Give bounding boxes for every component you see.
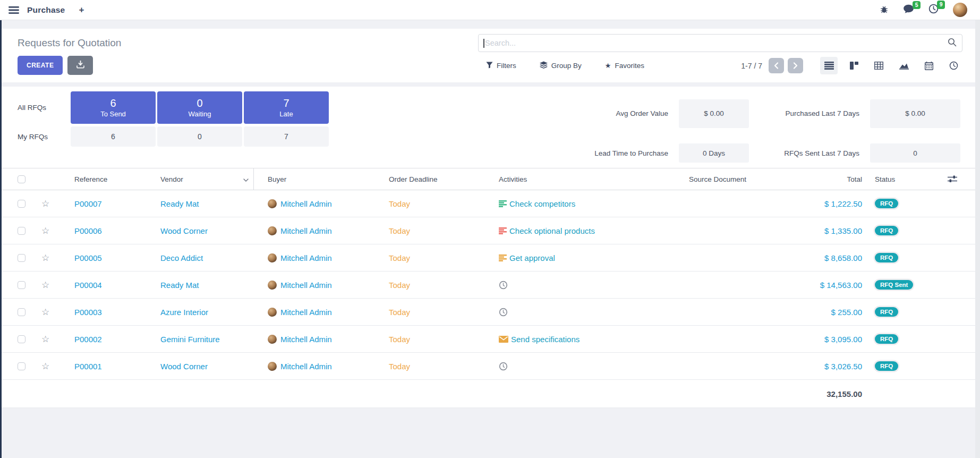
export-button[interactable] <box>67 56 93 75</box>
buyer-link[interactable]: Mitchell Admin <box>280 253 332 262</box>
activity-cell[interactable] <box>474 362 658 371</box>
vendor-link[interactable]: Gemini Furniture <box>160 335 220 344</box>
buyer-link[interactable]: Mitchell Admin <box>280 281 332 290</box>
optional-columns-icon[interactable] <box>948 175 957 183</box>
purchased-last-7-days[interactable]: $ 0.00 <box>870 99 960 128</box>
column-header-buyer[interactable]: Buyer <box>254 168 373 190</box>
row-checkbox[interactable] <box>18 254 25 262</box>
graph-view-button[interactable] <box>895 57 913 74</box>
favorite-star-icon[interactable]: ☆ <box>41 199 49 208</box>
activity-view-button[interactable] <box>945 57 962 74</box>
activity-cell[interactable]: Check optional products <box>474 226 658 235</box>
favorite-star-icon[interactable]: ☆ <box>41 335 49 344</box>
search-box[interactable] <box>478 34 962 52</box>
vendor-link[interactable]: Azure Interior <box>160 308 208 317</box>
navbar-systray: 5 9 <box>880 3 972 17</box>
favorite-star-icon[interactable]: ☆ <box>41 226 49 235</box>
my-late-card[interactable]: 7 <box>244 126 329 147</box>
row-checkbox[interactable] <box>18 200 25 208</box>
favorite-star-icon[interactable]: ☆ <box>41 362 49 371</box>
filters-button[interactable]: Filters <box>486 61 516 71</box>
favorite-star-icon[interactable]: ☆ <box>41 253 49 262</box>
reference-link[interactable]: P00006 <box>74 226 102 235</box>
avg-order-value[interactable]: $ 0.00 <box>679 99 749 128</box>
user-avatar[interactable] <box>953 3 967 17</box>
vendor-link[interactable]: Ready Mat <box>160 199 199 208</box>
favorite-star-icon[interactable]: ☆ <box>41 308 49 317</box>
row-checkbox[interactable] <box>18 335 25 343</box>
activities-systray[interactable]: 9 <box>928 4 939 16</box>
select-all-checkbox[interactable] <box>18 175 25 183</box>
column-header-order-deadline[interactable]: Order Deadline <box>373 168 474 190</box>
rfq-row[interactable]: ☆ P00007 Ready Mat Mitchell Admin Today … <box>2 190 975 217</box>
buyer-link[interactable]: Mitchell Admin <box>280 362 332 371</box>
to-send-card[interactable]: 6 To Send <box>71 91 156 124</box>
activity-cell[interactable]: Check competitors <box>474 199 658 208</box>
app-name[interactable]: Purchase <box>27 5 65 15</box>
late-card[interactable]: 7 Late <box>244 91 329 124</box>
group-by-button[interactable]: Group By <box>540 61 582 71</box>
my-to-send-card[interactable]: 6 <box>71 126 156 147</box>
rfq-row[interactable]: ☆ P00002 Gemini Furniture Mitchell Admin… <box>2 326 975 353</box>
activity-cell[interactable]: Send specifications <box>474 335 658 344</box>
calendar-view-button[interactable] <box>920 57 938 74</box>
scrollbar-track[interactable] <box>975 20 980 458</box>
buyer-link[interactable]: Mitchell Admin <box>280 199 332 208</box>
rfqs-sent-last-7-days[interactable]: 0 <box>870 143 960 163</box>
column-header-total[interactable]: Total <box>766 168 867 190</box>
rfq-row[interactable]: ☆ P00003 Azure Interior Mitchell Admin T… <box>2 299 975 326</box>
column-header-reference[interactable]: Reference <box>55 168 140 190</box>
rfq-list: Reference Vendor Buyer Order Deadline Ac… <box>2 168 975 408</box>
activity-label[interactable]: Check competitors <box>509 199 575 208</box>
rfq-table-rows: ☆ P00007 Ready Mat Mitchell Admin Today … <box>2 190 975 380</box>
activity-label[interactable]: Send specifications <box>511 335 580 344</box>
pager-next-button[interactable] <box>788 58 803 73</box>
reference-link[interactable]: P00004 <box>74 281 102 290</box>
activity-cell[interactable]: Get approval <box>474 253 658 262</box>
create-button[interactable]: CREATE <box>18 56 63 75</box>
vendor-link[interactable]: Wood Corner <box>160 226 208 235</box>
list-view-button[interactable] <box>820 57 838 74</box>
pager-previous-button[interactable] <box>769 58 784 73</box>
column-header-vendor[interactable]: Vendor <box>140 168 254 190</box>
row-checkbox[interactable] <box>18 227 25 235</box>
rfq-row[interactable]: ☆ P00006 Wood Corner Mitchell Admin Toda… <box>2 217 975 244</box>
reference-link[interactable]: P00001 <box>74 362 102 371</box>
layers-icon <box>540 61 548 71</box>
buyer-link[interactable]: Mitchell Admin <box>280 335 332 344</box>
vendor-link[interactable]: Deco Addict <box>160 253 203 262</box>
vendor-link[interactable]: Wood Corner <box>160 362 208 371</box>
buyer-avatar <box>268 226 277 235</box>
reference-link[interactable]: P00005 <box>74 253 102 262</box>
reference-link[interactable]: P00002 <box>74 335 102 344</box>
row-checkbox[interactable] <box>18 281 25 289</box>
activity-label[interactable]: Check optional products <box>509 226 595 235</box>
waiting-card[interactable]: 0 Waiting <box>157 91 242 124</box>
rfq-row[interactable]: ☆ P00001 Wood Corner Mitchell Admin Toda… <box>2 353 975 380</box>
row-checkbox[interactable] <box>18 308 25 316</box>
reference-link[interactable]: P00007 <box>74 199 102 208</box>
messages-systray[interactable]: 5 <box>903 4 914 16</box>
column-header-activities[interactable]: Activities <box>474 168 658 190</box>
row-checkbox[interactable] <box>18 362 25 370</box>
buyer-link[interactable]: Mitchell Admin <box>280 226 332 235</box>
search-input[interactable] <box>484 39 948 47</box>
kanban-view-button[interactable] <box>845 57 863 74</box>
rfq-row[interactable]: ☆ P00004 Ready Mat Mitchell Admin Today … <box>2 272 975 299</box>
activity-cell[interactable] <box>474 308 658 317</box>
debug-bug-icon[interactable] <box>880 5 889 14</box>
new-tab-icon[interactable]: + <box>79 5 84 15</box>
favorites-button[interactable]: ★ Favorites <box>605 61 644 71</box>
pivot-view-button[interactable] <box>870 57 888 74</box>
activity-cell[interactable] <box>474 281 658 290</box>
buyer-link[interactable]: Mitchell Admin <box>280 308 332 317</box>
vendor-link[interactable]: Ready Mat <box>160 281 199 290</box>
rfq-row[interactable]: ☆ P00005 Deco Addict Mitchell Admin Toda… <box>2 244 975 272</box>
reference-link[interactable]: P00003 <box>74 308 102 317</box>
activity-label[interactable]: Get approval <box>509 253 555 262</box>
lead-time-to-purchase[interactable]: 0 Days <box>679 143 749 163</box>
my-waiting-card[interactable]: 0 <box>157 126 242 147</box>
column-header-source-document[interactable]: Source Document <box>658 168 766 190</box>
favorite-star-icon[interactable]: ☆ <box>41 281 49 290</box>
apps-menu-icon[interactable] <box>8 6 19 14</box>
